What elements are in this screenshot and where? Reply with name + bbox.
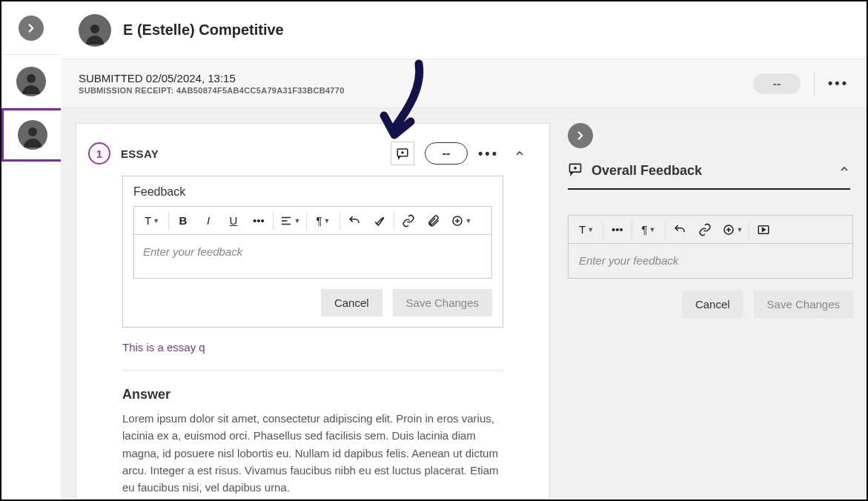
question-header: 1 ESSAY -- ••• [76,124,549,176]
feedback-panel: Overall Feedback T▼ ••• ¶▼ ▼ Enter your … [556,123,861,500]
undo-icon[interactable] [342,208,367,234]
paragraph-icon[interactable]: ¶▼ [634,216,663,243]
svg-point-2 [90,24,99,33]
link-icon[interactable] [396,208,421,234]
insert-icon[interactable]: ▼ [446,208,476,234]
undo-icon[interactable] [667,216,692,243]
collapse-icon[interactable] [509,143,530,164]
save-button[interactable]: Save Changes [393,289,492,316]
submitted-timestamp: SUBMITTED 02/05/2024, 13:15 [79,72,345,84]
feedback-icon [568,162,583,179]
link-icon[interactable] [692,216,718,243]
overall-feedback-editor: T▼ ••• ¶▼ ▼ Enter your feedback [568,215,853,279]
text-style-icon[interactable]: T▼ [137,208,167,234]
overall-grade-pill[interactable]: -- [753,73,801,94]
insert-icon[interactable]: ▼ [718,216,747,243]
question-feedback-editor: Feedback T▼ B I U ••• ▼ ¶▼ ▼ Enter [122,176,503,328]
paragraph-icon[interactable]: ¶▼ [308,208,338,234]
avatar-icon [16,67,46,96]
italic-icon[interactable]: I [196,208,221,234]
text-style-icon[interactable]: T▼ [572,216,601,243]
avatar-icon [79,14,111,47]
align-icon[interactable]: ▼ [275,208,305,234]
more-menu-icon[interactable]: ••• [828,73,849,94]
submission-receipt: SUBMISSION RECEIPT: 4AB50874F5AB4CC5A79A… [79,86,345,95]
svg-point-1 [28,127,37,136]
media-icon[interactable] [751,216,776,243]
question-more-icon[interactable]: ••• [478,143,499,164]
panel-collapse-icon[interactable] [568,123,593,148]
chevron-right-icon[interactable] [19,16,44,41]
more-format-icon[interactable]: ••• [605,216,630,243]
question-type: ESSAY [121,147,159,160]
main-area: 1 ESSAY -- ••• Feedback T▼ B I U ••• ▼ [61,108,867,500]
bold-icon[interactable]: B [170,208,196,234]
editor-toolbar: T▼ ••• ¶▼ ▼ [569,216,852,244]
overall-feedback-title: Overall Feedback [592,163,829,179]
header: E (Estelle) Competitive [61,1,867,59]
cancel-button[interactable]: Cancel [682,291,743,318]
question-number: 1 [88,142,110,165]
answer-heading: Answer [122,387,503,402]
student-name: E (Estelle) Competitive [123,21,284,39]
feedback-input[interactable]: Enter your feedback [133,234,492,279]
add-feedback-icon[interactable] [391,142,414,165]
editor-toolbar: T▼ B I U ••• ▼ ¶▼ ▼ [133,206,492,234]
submission-bar: SUBMITTED 02/05/2024, 13:15 SUBMISSION R… [61,59,867,108]
clear-icon[interactable] [367,208,392,234]
answer-body: Lorem ipsum dolor sit amet, consectetur … [122,410,503,496]
feedback-label: Feedback [133,185,492,199]
more-format-icon[interactable]: ••• [246,208,271,234]
student-avatar-1[interactable] [1,55,61,108]
underline-icon[interactable]: U [221,208,246,234]
divider [814,71,815,96]
overall-feedback-input[interactable]: Enter your feedback [569,244,852,278]
question-panel: 1 ESSAY -- ••• Feedback T▼ B I U ••• ▼ [76,123,550,500]
avatar-icon [18,120,47,150]
attach-icon[interactable] [421,208,446,234]
svg-point-0 [27,74,36,83]
cancel-button[interactable]: Cancel [321,289,382,316]
student-rail [1,1,61,500]
save-button[interactable]: Save Changes [754,291,853,318]
student-avatar-2[interactable] [1,108,61,162]
chevron-up-icon [838,163,850,178]
overall-feedback-header[interactable]: Overall Feedback [568,162,850,190]
question-prompt: This is a essay q [122,341,503,354]
divider [122,370,503,371]
rail-toggle[interactable] [1,1,61,55]
question-score-pill[interactable]: -- [425,142,468,165]
